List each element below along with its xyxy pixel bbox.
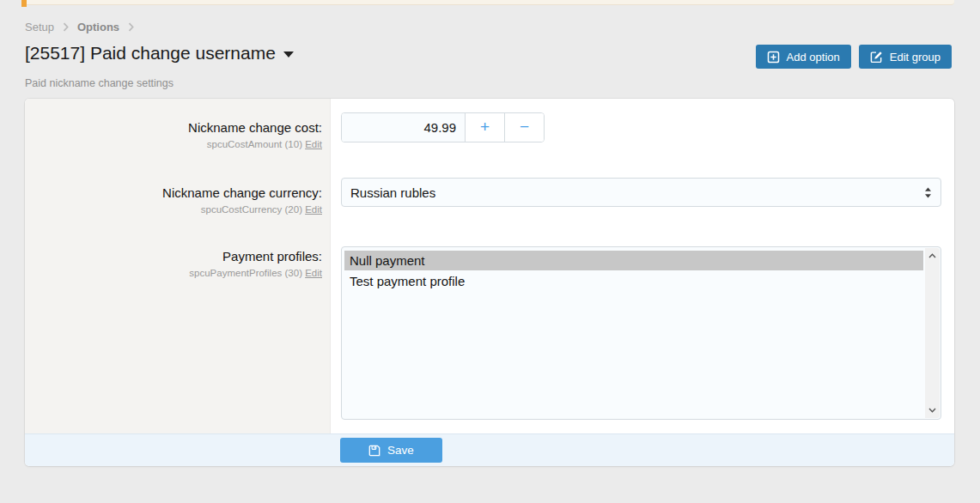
increment-button[interactable]: +: [465, 113, 504, 142]
select-updown-icon: [924, 187, 932, 198]
breadcrumb-options[interactable]: Options: [77, 21, 119, 33]
payment-profiles-listbox[interactable]: Null payment Test payment profile: [341, 246, 941, 420]
option-group-card: Nickname change cost: spcuCostAmount (10…: [25, 99, 954, 466]
currency-hint-text: spcuCostCurrency (20): [201, 204, 302, 215]
scroll-up-icon[interactable]: [925, 249, 940, 263]
add-option-label: Add option: [787, 51, 840, 64]
page-title[interactable]: [25517] Paid change username: [25, 43, 294, 64]
header-actions: Add option Edit group: [756, 45, 952, 69]
header-accent-marker: [21, 0, 27, 7]
edit-group-button[interactable]: Edit group: [859, 45, 952, 69]
listbox-scrollbar[interactable]: [925, 248, 940, 418]
page-title-text: [25517] Paid change username: [25, 43, 276, 64]
save-footer: Save: [25, 433, 954, 466]
add-option-button[interactable]: Add option: [756, 45, 851, 69]
cost-edit-link[interactable]: Edit: [305, 139, 322, 149]
listbox-options: Null payment Test payment profile: [344, 251, 923, 292]
page-subtitle: Paid nickname change settings: [25, 77, 173, 89]
cost-stepper: + −: [341, 112, 545, 142]
cost-label: Nickname change cost:: [25, 120, 322, 135]
header-bottom-strip: [21, 0, 954, 5]
cost-hint: spcuCostAmount (10) Edit: [25, 139, 322, 149]
currency-edit-link[interactable]: Edit: [305, 204, 322, 215]
chevron-right-icon: [128, 22, 134, 32]
breadcrumb-setup[interactable]: Setup: [25, 21, 54, 33]
floppy-disk-icon: [368, 445, 380, 457]
chevron-down-icon: [283, 52, 294, 58]
currency-hint: spcuCostCurrency (20) Edit: [25, 204, 322, 215]
payment-profiles-label: Payment profiles:: [25, 249, 322, 264]
payment-profiles-hint: spcuPaymentProfiles (30) Edit: [25, 268, 322, 278]
save-button[interactable]: Save: [340, 438, 442, 463]
list-item[interactable]: Test payment profile: [344, 271, 923, 291]
currency-label: Nickname change currency:: [25, 185, 322, 200]
payment-profiles-hint-text: spcuPaymentProfiles (30): [189, 268, 302, 278]
chevron-right-icon: [63, 22, 69, 32]
plus-square-icon: [767, 51, 780, 64]
breadcrumb: Setup Options: [25, 21, 134, 33]
list-item[interactable]: Null payment: [344, 251, 923, 270]
edit-group-label: Edit group: [890, 51, 940, 64]
scroll-down-icon[interactable]: [925, 403, 940, 417]
cost-input[interactable]: [342, 113, 465, 142]
save-button-label: Save: [387, 444, 414, 457]
currency-select[interactable]: Russian rubles: [341, 178, 941, 207]
payment-profiles-edit-link[interactable]: Edit: [305, 268, 322, 278]
decrement-button[interactable]: −: [504, 113, 544, 142]
currency-select-value: Russian rubles: [350, 185, 435, 200]
cost-hint-text: spcuCostAmount (10): [207, 139, 302, 149]
pencil-square-icon: [870, 51, 883, 64]
